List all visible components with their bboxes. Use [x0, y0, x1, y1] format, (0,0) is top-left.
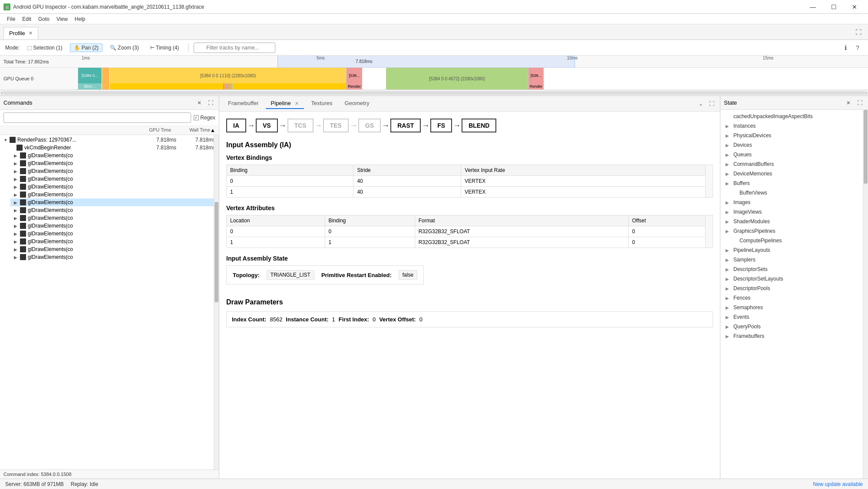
maximize-button[interactable]: ☐ [824, 0, 844, 14]
state-item-commandbuffers[interactable]: ▶ CommandBuffers [720, 159, 863, 169]
topology-label: Topology: [233, 272, 260, 278]
pipe-node-rast[interactable]: RAST [390, 119, 421, 132]
cmd-gldraw-2-name: glDrawElements(co [28, 168, 215, 174]
cmd-expand-icon[interactable]: ▼ [3, 138, 10, 142]
state-item-fences[interactable]: ▶ Fences [720, 293, 863, 303]
cmd-gldraw-2[interactable]: ▶ glDrawElements(co [10, 167, 219, 175]
help-btn[interactable]: ? [852, 43, 863, 53]
timeline-scrollbar[interactable]: ‹ › [0, 89, 868, 96]
pipe-node-vs[interactable]: VS [256, 119, 278, 132]
state-item-pipelinelayouts[interactable]: ▶ PipelineLayouts [720, 245, 863, 255]
menu-goto[interactable]: Goto [35, 15, 53, 23]
commands-fullscreen-btn[interactable]: ⛶ [206, 98, 215, 108]
state-item-instances[interactable]: ▶ Instances [720, 121, 863, 131]
state-scrollbar-thumb[interactable] [864, 110, 868, 184]
state-fullscreen-btn[interactable]: ⛶ [855, 98, 865, 108]
cmd-gldraw-13[interactable]: ▶ glDrawElements(co [10, 253, 219, 261]
menu-edit[interactable]: Edit [19, 15, 35, 23]
tab-framebuffer[interactable]: Framebuffer [223, 98, 264, 109]
info-btn[interactable]: ℹ [840, 43, 851, 53]
state-item-samplers[interactable]: ▶ Samplers [720, 255, 863, 264]
pipe-node-gs[interactable]: GS [358, 119, 381, 132]
state-item-descriptorsetlayouts[interactable]: ▶ DescriptorSetLayouts [720, 274, 863, 284]
va-scroll-col [706, 215, 713, 226]
va-row-1-off: 0 [628, 237, 705, 248]
profile-fullscreen-btn[interactable]: ⛶ [852, 26, 865, 38]
cmd-renderpass-group[interactable]: ▼ RenderPass: 12970367... 7.818ms 7.818m… [0, 136, 219, 144]
state-item-semaphores[interactable]: ▶ Semaphores [720, 303, 863, 312]
pipe-node-tcs[interactable]: TCS [287, 119, 314, 132]
profile-tab-close[interactable]: ✕ [29, 30, 33, 36]
state-close-btn[interactable]: ✕ [844, 98, 853, 108]
tab-geometry[interactable]: Geometry [340, 98, 375, 109]
cmd-gldraw-1[interactable]: ▶ glDrawElements(co [10, 159, 219, 167]
cmd-gldraw-5[interactable]: ▶ glDrawElements(co [10, 191, 219, 198]
pipe-node-fs[interactable]: FS [430, 119, 452, 132]
restart-label: Primitive Restart Enabled: [321, 272, 392, 278]
mode-selection-btn[interactable]: ⬚ Selection (1) [23, 43, 66, 52]
state-item-buffers[interactable]: ▶ Buffers [720, 178, 863, 188]
state-item-graphicspipelines[interactable]: ▶ GraphicsPipelines [720, 226, 863, 236]
cmd-gldraw-1-expand[interactable]: ▶ [14, 161, 20, 166]
pipe-arrow-7: → [453, 121, 461, 130]
tabs-more-btn[interactable]: ⌄ [696, 99, 706, 109]
menu-view[interactable]: View [53, 15, 71, 23]
cmd-gldraw-3[interactable]: ▶ glDrawElements(co [10, 175, 219, 183]
state-item-devicememories[interactable]: ▶ DeviceMemories [720, 169, 863, 178]
profile-tab[interactable]: Profile ✕ [3, 27, 38, 39]
commands-search-input[interactable] [3, 112, 191, 123]
minimize-button[interactable]: — [803, 0, 823, 14]
state-item-images[interactable]: ▶ Images [720, 198, 863, 207]
close-button[interactable]: ✕ [845, 0, 865, 14]
regex-label[interactable]: ✓ Regex [194, 115, 215, 121]
menu-help[interactable]: Help [71, 15, 89, 23]
scroll-right-btn[interactable]: › [865, 90, 867, 96]
pipeline-fullscreen-btn[interactable]: ⛶ [707, 99, 716, 109]
cmd-gldraw-6-selected[interactable]: ▶ glDrawElements(co [10, 198, 219, 206]
commands-close-btn[interactable]: ✕ [195, 98, 204, 108]
timeline-scrollbar-track[interactable] [3, 91, 865, 95]
regex-checkbox[interactable]: ✓ [194, 115, 199, 120]
state-item-events[interactable]: ▶ Events [720, 312, 863, 322]
cmd-gldraw-0-expand[interactable]: ▶ [14, 153, 20, 158]
cmd-gldraw-4[interactable]: ▶ glDrawElements(co [10, 183, 219, 191]
gpu-track[interactable]: [5384 0... Binn... [5384 0 0 1110] (2280… [78, 68, 868, 89]
state-item-descriptorpools[interactable]: ▶ DescriptorPools [720, 284, 863, 293]
state-item-shadermodules[interactable]: ▶ ShaderModules [720, 217, 863, 226]
cmd-gldraw-7[interactable]: ▶ glDrawElements(co [10, 206, 219, 214]
update-link[interactable]: New update available [813, 481, 863, 487]
pipe-node-ia[interactable]: IA [226, 119, 246, 132]
vb-header-stride: Stride [353, 165, 461, 176]
tab-textures[interactable]: Textures [306, 98, 337, 109]
state-item-querypools[interactable]: ▶ QueryPools [720, 322, 863, 331]
cmd-gldraw-12[interactable]: ▶ glDrawElements(co [10, 245, 219, 253]
cmd-gldraw-8[interactable]: ▶ glDrawElements(co [10, 214, 219, 222]
cmd-gldraw-9[interactable]: ▶ glDrawElements(co [10, 222, 219, 230]
state-item-computepipelines[interactable]: ComputePipelines [720, 236, 863, 245]
mode-zoom-btn[interactable]: 🔍 Zoom (3) [106, 43, 143, 52]
cmd-gldraw-10[interactable]: ▶ glDrawElements(co [10, 230, 219, 238]
tab-pipeline[interactable]: Pipeline ✕ [266, 98, 304, 109]
state-item-bufferviews[interactable]: BufferViews [720, 188, 863, 198]
state-item-imageviews[interactable]: ▶ ImageViews [720, 207, 863, 217]
cmd-gldraw-11[interactable]: ▶ glDrawElements(co [10, 238, 219, 245]
state-item-devices[interactable]: ▶ Devices [720, 140, 863, 150]
commands-scrollbar[interactable] [214, 135, 219, 469]
state-item-framebuffers[interactable]: ▶ Framebuffers [720, 331, 863, 341]
commands-scrollbar-thumb[interactable] [215, 202, 218, 302]
state-item-queues[interactable]: ▶ Queues [720, 150, 863, 159]
index-count-value: 8562 [270, 316, 282, 323]
state-item-cachedunpacked[interactable]: cachedUnpackedImageAspectBits [720, 112, 863, 121]
cmd-vkcmdbegin[interactable]: vkCmdBeginRender 7.818ms 7.818ms [7, 144, 219, 152]
state-item-physicaldevices[interactable]: ▶ PhysicalDevices [720, 131, 863, 140]
filter-input[interactable] [194, 43, 275, 53]
pipe-node-blend[interactable]: BLEND [462, 119, 496, 132]
cmd-gldraw-0[interactable]: ▶ glDrawElements(co [10, 152, 219, 159]
menu-file[interactable]: File [3, 15, 19, 23]
state-scrollbar[interactable] [863, 110, 868, 479]
state-item-descriptorsets[interactable]: ▶ DescriptorSets [720, 264, 863, 274]
tab-pipeline-close[interactable]: ✕ [295, 101, 299, 106]
mode-timing-btn[interactable]: ⊢ Timing (4) [146, 43, 183, 52]
pipe-node-tes[interactable]: TES [323, 119, 349, 132]
mode-pan-btn[interactable]: ✋ Pan (2) [70, 43, 102, 52]
